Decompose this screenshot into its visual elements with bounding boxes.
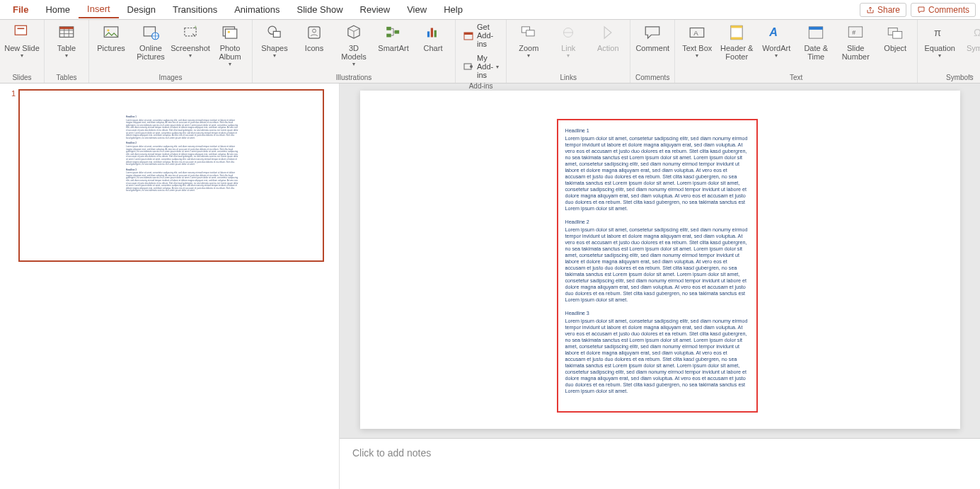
caret-icon: ▾ [273, 53, 276, 59]
text-box-button[interactable]: A Text Box ▾ [679, 21, 715, 69]
caret-icon: ▾ [21, 53, 23, 59]
workspace: 1 Headline 1 Lorem ipsum dolor sit amet,… [0, 84, 980, 489]
slidenum-icon: # [846, 23, 865, 42]
tab-review[interactable]: Review [352, 1, 399, 18]
shapes-button[interactable]: Shapes ▾ [257, 21, 292, 69]
svg-rect-37 [731, 25, 742, 28]
object-icon [885, 23, 905, 42]
text-box-content[interactable]: Headline 1 Lorem ipsum dolor sit amet, c… [557, 119, 758, 413]
svg-point-30 [470, 65, 473, 68]
menu-bar: File Home Insert Design Transitions Anim… [0, 0, 980, 20]
slide-thumbnail-panel[interactable]: 1 Headline 1 Lorem ipsum dolor sit amet,… [0, 84, 340, 489]
svg-rect-1 [18, 28, 25, 30]
zoom-button[interactable]: Zoom ▾ [511, 21, 546, 69]
tab-insert[interactable]: Insert [79, 1, 119, 18]
comment-label: Comment [635, 44, 669, 52]
slide-number-button[interactable]: # Slide Number [838, 21, 873, 69]
group-illustrations: Shapes ▾ Icons 3D Models ▾ SmartArt Char… [253, 20, 456, 83]
svg-point-20 [313, 29, 316, 33]
slidenum-label: Slide Number [838, 44, 873, 61]
equation-button[interactable]: π Equation ▾ [922, 21, 957, 69]
wordart-button[interactable]: A WordArt ▾ [759, 21, 794, 69]
svg-text:#: # [852, 29, 855, 36]
canvas-wrap[interactable]: Headline 1 Lorem ipsum dolor sit amet, c… [340, 84, 980, 438]
tab-design[interactable]: Design [119, 1, 164, 18]
screenshot-label: Screenshot [171, 44, 210, 52]
table-button[interactable]: Table ▾ [49, 21, 84, 69]
zoom-icon [519, 23, 538, 42]
online-pictures-label: Online Pictures [133, 44, 168, 61]
comment-bubble-icon [642, 23, 662, 42]
group-label-illustrations: Illustrations [336, 72, 372, 83]
group-label-text: Text [790, 72, 802, 83]
tab-transitions[interactable]: Transitions [164, 1, 226, 18]
tab-animations[interactable]: Animations [226, 1, 288, 18]
group-comments: Comment Comments [630, 20, 675, 83]
icons-button[interactable]: Icons [296, 21, 332, 69]
new-slide-label: New Slide [4, 44, 40, 52]
caret-icon: ▾ [775, 53, 778, 59]
svg-rect-18 [273, 31, 280, 37]
svg-text:Ω: Ω [974, 27, 980, 38]
group-addins: Get Add-ins My Add-ins ▾ Add-ins [456, 20, 507, 83]
tab-help[interactable]: Help [435, 1, 471, 18]
tab-file[interactable]: File [4, 1, 37, 18]
group-tables: Table ▾ Tables [45, 20, 89, 83]
photo-album-label: Photo Album [212, 44, 248, 61]
svg-rect-24 [427, 31, 430, 37]
header-footer-button[interactable]: Header & Footer [719, 21, 754, 69]
comment-button[interactable]: Comment [635, 21, 670, 69]
get-addins-label: Get Add-ins [477, 23, 499, 48]
svg-rect-32 [526, 30, 534, 36]
new-slide-button[interactable]: New Slide ▾ [4, 21, 40, 69]
chart-button[interactable]: Chart [415, 21, 451, 69]
svg-text:π: π [934, 27, 941, 38]
collapse-ribbon-button[interactable]: ︿ [967, 70, 974, 80]
caret-icon: ▾ [696, 53, 698, 59]
group-label-images: Images [159, 72, 183, 83]
caret-icon: ▾ [229, 62, 231, 68]
pictures-icon [101, 23, 121, 42]
my-addins-button[interactable]: My Add-ins ▾ [460, 52, 502, 81]
comments-button[interactable]: Comments [911, 3, 976, 17]
object-button[interactable]: Object [877, 21, 913, 69]
online-pictures-icon [141, 23, 161, 42]
shapes-icon [265, 23, 284, 42]
date-icon [806, 23, 826, 42]
action-icon [598, 23, 618, 42]
slide-canvas[interactable]: Headline 1 Lorem ipsum dolor sit amet, c… [360, 91, 960, 429]
new-slide-icon [12, 23, 32, 42]
caret-icon: ▾ [527, 53, 530, 59]
cube-icon [344, 23, 364, 42]
slide-thumbnail[interactable]: Headline 1 Lorem ipsum dolor sit amet, c… [18, 89, 324, 262]
store-icon [463, 30, 474, 41]
date-time-button[interactable]: Date & Time [798, 21, 834, 69]
notes-pane[interactable]: Click to add notes [340, 438, 980, 489]
online-pictures-button[interactable]: Online Pictures [133, 21, 168, 69]
tab-slideshow[interactable]: Slide Show [289, 1, 352, 18]
share-button[interactable]: Share [860, 3, 906, 17]
get-addins-button[interactable]: Get Add-ins [460, 21, 502, 50]
3d-models-button[interactable]: 3D Models ▾ [336, 21, 371, 69]
tab-view[interactable]: View [398, 1, 435, 18]
smartart-button[interactable]: SmartArt [376, 21, 411, 69]
textbox-label: Text Box [682, 44, 712, 52]
link-label: Link [561, 44, 575, 52]
body-1: Lorem ipsum dolor sit amet, consetetur s… [565, 135, 749, 212]
screenshot-button[interactable]: + Screenshot ▾ [173, 21, 208, 69]
symbol-label: Symbol [967, 44, 980, 52]
pictures-button[interactable]: Pictures [93, 21, 129, 69]
caret-icon: ▾ [65, 53, 68, 59]
chart-label: Chart [424, 44, 443, 52]
svg-rect-45 [893, 31, 902, 38]
tab-home[interactable]: Home [37, 1, 79, 18]
svg-rect-15 [226, 29, 237, 38]
editor-area: Headline 1 Lorem ipsum dolor sit amet, c… [340, 84, 980, 489]
headline-1: Headline 1 [565, 127, 749, 134]
photo-album-button[interactable]: Photo Album ▾ [212, 21, 248, 69]
notes-placeholder: Click to add notes [352, 447, 431, 459]
symbol-icon: Ω [969, 23, 980, 42]
svg-rect-0 [15, 25, 26, 35]
svg-rect-38 [731, 38, 742, 40]
date-label: Date & Time [798, 44, 834, 61]
